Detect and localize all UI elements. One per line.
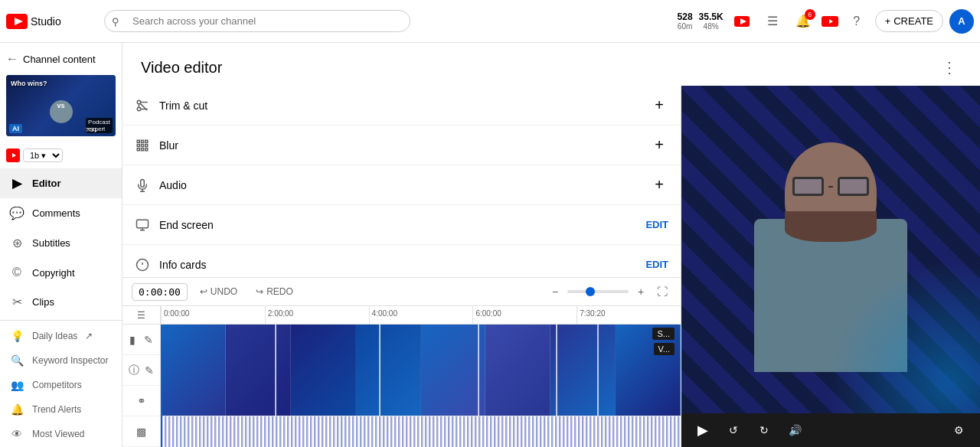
- video-edit-icon[interactable]: ✎: [144, 334, 153, 346]
- icon-btn-1[interactable]: [730, 9, 754, 34]
- preview-controls: ▶ ↺ ↻ 🔊 ⚙: [681, 413, 980, 447]
- audio-add-btn[interactable]: +: [650, 176, 668, 194]
- end-screen-edit-btn[interactable]: EDIT: [645, 219, 668, 230]
- avatar[interactable]: A: [949, 9, 974, 34]
- daily-ideas-icon: 💡: [9, 330, 24, 342]
- svg-rect-21: [142, 148, 144, 150]
- s-badge: S...: [652, 328, 675, 340]
- rewind-btn[interactable]: ↺: [721, 418, 746, 442]
- ruler-left-pad: ☰: [122, 306, 161, 325]
- ruler-marks: 0:00:00 2:00:00 4:00:00 6:00:00 7:30:20: [161, 306, 681, 324]
- audio-icon: [135, 178, 150, 193]
- search-input[interactable]: [104, 10, 410, 32]
- tool-info-cards[interactable]: Info cards EDIT: [122, 245, 681, 277]
- preview-settings-btn[interactable]: ⚙: [946, 418, 971, 442]
- keyword-icon: 🔍: [9, 354, 24, 367]
- blur-add-btn[interactable]: +: [650, 136, 668, 155]
- audio-track-icon[interactable]: ⚭: [137, 395, 146, 407]
- svg-rect-16: [145, 140, 148, 142]
- sidebar-item-comments-label: Comments: [32, 207, 80, 219]
- video-track-icon[interactable]: ▮: [129, 334, 136, 346]
- glasses: [792, 177, 869, 196]
- tool-audio[interactable]: Audio +: [122, 165, 681, 205]
- redo-btn[interactable]: ↪ REDO: [250, 283, 299, 300]
- tool-blur[interactable]: Blur +: [122, 126, 681, 165]
- zoom-controls: − + ⛶: [546, 282, 671, 301]
- ruler-mark-2: 4:00:00: [369, 306, 473, 324]
- frame-7: [550, 325, 616, 416]
- audio-track-icons: ⚭: [122, 386, 160, 416]
- ruler-mark-3: 6:00:00: [472, 306, 577, 324]
- stat-subs-sub: 48%: [704, 22, 719, 31]
- thumbnail-title-text: Who wins?: [11, 80, 111, 87]
- content-area: Video editor ⋮ Trim & cut +: [122, 43, 980, 447]
- v-badge: V...: [654, 343, 675, 355]
- volume-btn[interactable]: 🔊: [782, 418, 807, 442]
- svg-rect-15: [142, 140, 144, 142]
- frame-4: [356, 325, 421, 416]
- forward-btn[interactable]: ↻: [752, 418, 776, 442]
- tool-trim[interactable]: Trim & cut +: [122, 86, 681, 126]
- sidebar-item-copyright[interactable]: © Copyright: [0, 258, 122, 287]
- sidebar-item-competitors[interactable]: 👥 Competitors: [0, 373, 122, 397]
- info-track-icon[interactable]: ⓘ: [129, 364, 139, 377]
- undo-btn[interactable]: ↩ UNDO: [194, 283, 243, 300]
- undo-icon: ↩: [200, 286, 207, 297]
- zoom-in-btn[interactable]: +: [632, 282, 650, 301]
- sidebar-item-comments[interactable]: 💬 Comments: [0, 198, 122, 228]
- external-icon: ↗: [85, 331, 93, 341]
- competitors-icon: 👥: [9, 379, 24, 391]
- scene-track-icons: ▩: [122, 416, 160, 447]
- sidebar-item-clips[interactable]: ✂ Clips: [0, 287, 122, 317]
- notification-badge: 6: [805, 9, 815, 20]
- editor-main: Trim & cut + Blur +: [122, 86, 980, 447]
- more-options-btn[interactable]: ⋮: [937, 55, 962, 80]
- channel-select[interactable]: 1b ▾: [23, 148, 63, 162]
- redo-icon: ↪: [256, 286, 263, 297]
- stat-views-value: 528: [678, 11, 693, 22]
- sidebar-divider: [0, 320, 122, 321]
- svg-rect-18: [142, 144, 144, 146]
- zoom-out-btn[interactable]: −: [546, 282, 564, 301]
- sidebar-item-clips-label: Clips: [32, 296, 54, 308]
- sidebar-item-daily-ideas[interactable]: 💡 Daily Ideas ↗: [0, 324, 122, 348]
- notification-btn[interactable]: 🔔 6: [791, 9, 815, 34]
- question-btn[interactable]: ?: [844, 9, 869, 34]
- sidebar-item-trend[interactable]: 🔔 Trend Alerts: [0, 397, 122, 422]
- frame-3: [291, 325, 356, 416]
- glass-left: [792, 177, 824, 196]
- logo: Studio: [6, 14, 98, 29]
- timeline-tracks: ▮ ✎ ⓘ ✎ ⚭ ▩: [122, 325, 681, 447]
- sidebar-item-most-viewed[interactable]: 👁 Most Viewed: [0, 422, 122, 446]
- fullscreen-btn[interactable]: ⛶: [653, 282, 671, 301]
- audio-waveform: [161, 416, 681, 447]
- subtitles-icon: ⊛: [9, 236, 24, 250]
- svg-rect-19: [145, 144, 148, 146]
- trim-add-btn[interactable]: +: [650, 96, 668, 115]
- icon-btn-2[interactable]: ☰: [760, 9, 785, 34]
- ruler-mark-4: 7:30:20: [577, 306, 681, 324]
- channel-nav[interactable]: ← Channel content: [0, 43, 122, 75]
- zoom-slider[interactable]: [567, 290, 629, 293]
- svg-rect-22: [145, 148, 148, 150]
- info-edit-icon[interactable]: ✎: [145, 364, 154, 377]
- audio-label: Audio: [159, 179, 650, 191]
- frame-2: [226, 325, 291, 416]
- search-icon: ⚲: [112, 15, 119, 27]
- info-cards-label: Info cards: [159, 259, 645, 271]
- sidebar-item-editor[interactable]: ▶ Editor: [0, 168, 122, 198]
- tool-end-screen[interactable]: End screen EDIT: [122, 205, 681, 245]
- scene-icon[interactable]: ▩: [136, 426, 146, 438]
- sidebar-item-keyword[interactable]: 🔍 Keyword Inspector: [0, 348, 122, 373]
- header-right: 528 60m 35.5K 48% ☰ 🔔 6 ? + CREATE A: [678, 9, 974, 34]
- svg-point-9: [137, 107, 141, 111]
- search-container: ⚲: [104, 10, 410, 32]
- studio-label: Studio: [31, 15, 61, 28]
- info-cards-edit-btn[interactable]: EDIT: [645, 259, 668, 270]
- create-button[interactable]: + CREATE: [875, 10, 943, 32]
- chapter-marker-2: [379, 325, 381, 416]
- play-btn[interactable]: ▶: [691, 418, 715, 442]
- sidebar-item-subtitles[interactable]: ⊛ Subtitles: [0, 228, 122, 258]
- blur-icon: [135, 138, 150, 153]
- video-thumbnail-wrap[interactable]: Who wins? Podcastexpert AI vs 7:31: [6, 75, 116, 136]
